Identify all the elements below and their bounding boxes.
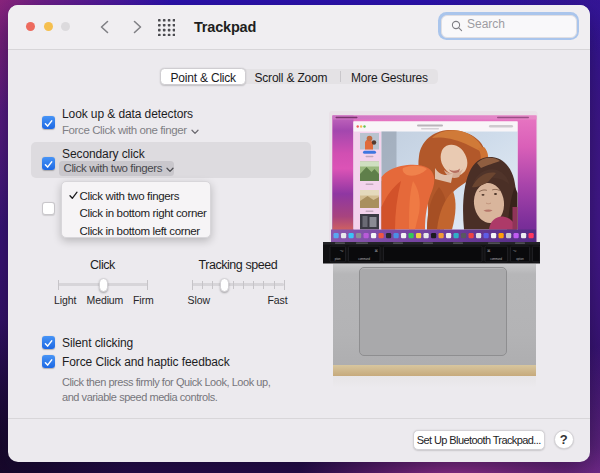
svg-text:option: option xyxy=(516,257,524,261)
svg-text:command: command xyxy=(358,257,370,261)
svg-text:⌥: ⌥ xyxy=(340,249,344,253)
svg-text:command: command xyxy=(490,257,502,261)
svg-text:ption: ption xyxy=(335,257,341,261)
svg-text:⌥: ⌥ xyxy=(513,249,517,253)
